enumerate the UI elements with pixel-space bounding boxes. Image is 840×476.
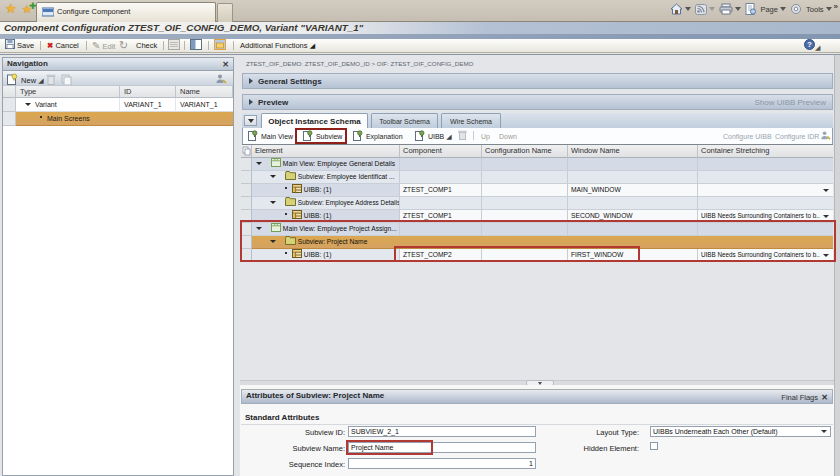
svg-text:?: ? <box>807 40 812 49</box>
